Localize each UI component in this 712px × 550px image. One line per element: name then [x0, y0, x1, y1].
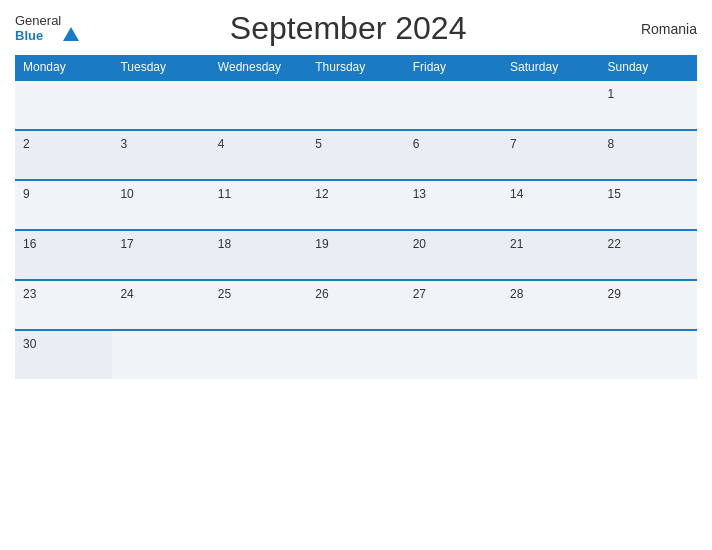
logo: General Blue [15, 14, 79, 43]
logo-text: General Blue [15, 14, 61, 43]
calendar-week-0: 1 [15, 80, 697, 130]
calendar-cell-w3d6: 22 [600, 230, 697, 280]
day-number: 16 [23, 237, 36, 251]
day-number: 21 [510, 237, 523, 251]
calendar-cell-w1d6: 8 [600, 130, 697, 180]
day-number: 18 [218, 237, 231, 251]
calendar-cell-w5d1 [112, 330, 209, 379]
calendar-cell-w4d6: 29 [600, 280, 697, 330]
calendar-cell-w0d0 [15, 80, 112, 130]
country-label: Romania [617, 21, 697, 37]
calendar-cell-w4d2: 25 [210, 280, 307, 330]
calendar-cell-w2d0: 9 [15, 180, 112, 230]
header-tuesday: Tuesday [112, 55, 209, 80]
day-number: 11 [218, 187, 231, 201]
header-saturday: Saturday [502, 55, 599, 80]
weekday-header-row: Monday Tuesday Wednesday Thursday Friday… [15, 55, 697, 80]
header-thursday: Thursday [307, 55, 404, 80]
calendar-cell-w2d4: 13 [405, 180, 502, 230]
calendar-cell-w5d5 [502, 330, 599, 379]
header-friday: Friday [405, 55, 502, 80]
calendar-cell-w1d3: 5 [307, 130, 404, 180]
calendar-cell-w4d4: 27 [405, 280, 502, 330]
day-number: 22 [608, 237, 621, 251]
calendar-cell-w3d1: 17 [112, 230, 209, 280]
calendar-cell-w0d3 [307, 80, 404, 130]
calendar-cell-w0d1 [112, 80, 209, 130]
calendar-cell-w1d0: 2 [15, 130, 112, 180]
calendar-cell-w3d2: 18 [210, 230, 307, 280]
header-monday: Monday [15, 55, 112, 80]
calendar-week-5: 30 [15, 330, 697, 379]
day-number: 10 [120, 187, 133, 201]
calendar-week-4: 23242526272829 [15, 280, 697, 330]
calendar-cell-w2d5: 14 [502, 180, 599, 230]
day-number: 2 [23, 137, 30, 151]
day-number: 19 [315, 237, 328, 251]
calendar-week-2: 9101112131415 [15, 180, 697, 230]
day-number: 15 [608, 187, 621, 201]
calendar-cell-w2d3: 12 [307, 180, 404, 230]
calendar-week-1: 2345678 [15, 130, 697, 180]
page: General Blue September 2024 Romania Mond… [0, 0, 712, 550]
day-number: 9 [23, 187, 30, 201]
calendar-cell-w4d1: 24 [112, 280, 209, 330]
logo-general: General [15, 14, 61, 28]
day-number: 25 [218, 287, 231, 301]
day-number: 26 [315, 287, 328, 301]
day-number: 14 [510, 187, 523, 201]
day-number: 3 [120, 137, 127, 151]
calendar-cell-w4d3: 26 [307, 280, 404, 330]
day-number: 20 [413, 237, 426, 251]
calendar-cell-w1d4: 6 [405, 130, 502, 180]
day-number: 29 [608, 287, 621, 301]
logo-blue: Blue [15, 29, 61, 43]
header: General Blue September 2024 Romania [15, 10, 697, 47]
calendar-cell-w0d6: 1 [600, 80, 697, 130]
calendar-cell-w3d5: 21 [502, 230, 599, 280]
day-number: 7 [510, 137, 517, 151]
calendar-cell-w1d2: 4 [210, 130, 307, 180]
day-number: 30 [23, 337, 36, 351]
calendar-cell-w5d3 [307, 330, 404, 379]
calendar-week-3: 16171819202122 [15, 230, 697, 280]
calendar-cell-w3d0: 16 [15, 230, 112, 280]
calendar-cell-w1d5: 7 [502, 130, 599, 180]
calendar-cell-w5d2 [210, 330, 307, 379]
calendar-table: Monday Tuesday Wednesday Thursday Friday… [15, 55, 697, 379]
day-number: 17 [120, 237, 133, 251]
day-number: 13 [413, 187, 426, 201]
calendar-cell-w0d5 [502, 80, 599, 130]
day-number: 12 [315, 187, 328, 201]
calendar-cell-w2d6: 15 [600, 180, 697, 230]
calendar-cell-w4d0: 23 [15, 280, 112, 330]
header-sunday: Sunday [600, 55, 697, 80]
day-number: 6 [413, 137, 420, 151]
day-number: 24 [120, 287, 133, 301]
calendar-cell-w2d1: 10 [112, 180, 209, 230]
day-number: 4 [218, 137, 225, 151]
calendar-cell-w5d0: 30 [15, 330, 112, 379]
day-number: 23 [23, 287, 36, 301]
day-number: 5 [315, 137, 322, 151]
calendar-cell-w0d2 [210, 80, 307, 130]
day-number: 8 [608, 137, 615, 151]
day-number: 1 [608, 87, 615, 101]
day-number: 28 [510, 287, 523, 301]
calendar-cell-w5d4 [405, 330, 502, 379]
calendar-title: September 2024 [79, 10, 617, 47]
calendar-cell-w2d2: 11 [210, 180, 307, 230]
logo-triangle-icon [63, 27, 79, 41]
header-wednesday: Wednesday [210, 55, 307, 80]
calendar-cell-w1d1: 3 [112, 130, 209, 180]
day-number: 27 [413, 287, 426, 301]
calendar-cell-w0d4 [405, 80, 502, 130]
calendar-cell-w3d3: 19 [307, 230, 404, 280]
calendar-cell-w3d4: 20 [405, 230, 502, 280]
calendar-cell-w4d5: 28 [502, 280, 599, 330]
calendar-cell-w5d6 [600, 330, 697, 379]
